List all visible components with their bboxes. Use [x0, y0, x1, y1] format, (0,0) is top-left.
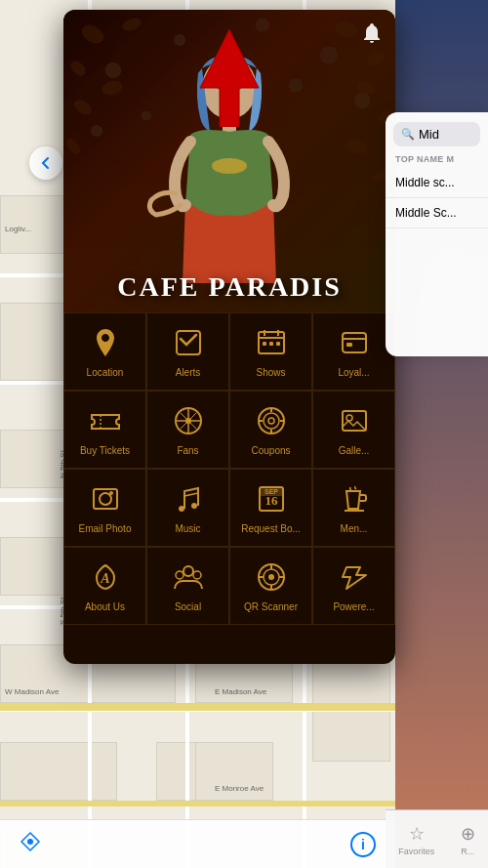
svg-point-5 — [67, 58, 88, 78]
shows-label: Shows — [256, 367, 285, 379]
app-panel: CAFE PARADIS Location Alert — [63, 10, 395, 664]
gallery-icon — [339, 405, 370, 441]
menu-grid: Location Alerts Shows Loyal... — [63, 312, 395, 625]
ios-result-1-text: Middle sc... — [395, 176, 478, 189]
menu-item-alerts[interactable]: Alerts — [146, 312, 229, 391]
svg-point-47 — [109, 491, 113, 495]
svg-marker-18 — [200, 29, 259, 127]
menu-item-gallery[interactable]: Galle... — [312, 391, 395, 469]
hero-title: CAFE PARADIS — [63, 271, 395, 303]
ios-search-bar[interactable]: 🔍 Mid — [393, 122, 480, 146]
tickets-icon — [90, 405, 121, 441]
fans-label: Fans — [177, 445, 198, 457]
social-label: Social — [175, 601, 201, 613]
svg-text:SEP: SEP — [264, 488, 277, 495]
buy-tickets-label: Buy Tickets — [80, 445, 130, 457]
svg-point-9 — [71, 97, 94, 117]
menu-item-music[interactable]: Music — [146, 469, 229, 547]
info-button[interactable]: i — [350, 832, 376, 857]
menu-item-location[interactable]: Location — [63, 312, 146, 391]
ios-result-1[interactable]: Middle sc... — [386, 168, 488, 198]
music-icon — [173, 483, 204, 519]
svg-line-49 — [184, 493, 198, 496]
svg-point-17 — [212, 158, 247, 174]
hero-section: CAFE PARADIS — [63, 10, 395, 312]
coupons-icon — [256, 405, 287, 441]
svg-point-44 — [346, 415, 352, 421]
menu-item-loyalty[interactable]: Loyal... — [312, 312, 395, 391]
recents-tab-label: R... — [461, 847, 474, 856]
ios-result-2-text: Middle Sc... — [395, 206, 478, 220]
ios-search-icon: 🔍 — [401, 128, 415, 141]
svg-point-4 — [364, 48, 387, 69]
menu-item-menu[interactable]: Men... — [312, 469, 395, 547]
powered-icon — [339, 561, 370, 598]
qr-icon — [256, 561, 287, 598]
svg-point-2 — [121, 16, 143, 33]
about-icon: A — [90, 561, 121, 598]
request-icon: 16SEP — [256, 483, 287, 519]
favorites-icon: ☆ — [409, 823, 425, 845]
menu-item-request-booking[interactable]: 16SEP Request Bo... — [229, 469, 312, 547]
social-icon — [173, 561, 204, 598]
svg-point-58 — [193, 571, 201, 579]
ios-result-2[interactable]: Middle Sc... — [386, 198, 488, 228]
email-photo-label: Email Photo — [79, 523, 132, 535]
menu-cup-icon — [339, 483, 370, 519]
ios-section-header: TOP NAME M — [386, 152, 488, 168]
svg-rect-28 — [346, 343, 352, 347]
svg-point-61 — [268, 574, 274, 580]
svg-point-56 — [183, 566, 193, 576]
svg-point-6 — [101, 78, 125, 97]
ios-tab-favorites[interactable]: ☆ Favorites — [398, 823, 434, 856]
street-label-w-madison: W Madison Ave — [5, 687, 59, 696]
svg-point-48 — [191, 503, 197, 509]
menu-item-powered[interactable]: Powere... — [312, 547, 395, 625]
coupons-label: Coupons — [251, 445, 290, 457]
map-bottom-bar: i — [0, 819, 395, 868]
alerts-icon — [173, 327, 204, 363]
svg-point-3 — [333, 19, 359, 40]
svg-point-10 — [343, 136, 369, 156]
street-label-e-monroe: E Monroe Ave — [215, 784, 264, 793]
ios-search-panel: 🔍 Mid TOP NAME M Middle sc... Middle Sc.… — [386, 112, 488, 356]
red-arrow — [195, 29, 264, 131]
request-booking-label: Request Bo... — [241, 523, 301, 535]
menu-item-email-photo[interactable]: Email Photo — [63, 469, 146, 547]
ios-search-input[interactable]: Mid — [419, 127, 439, 142]
menu-item-buy-tickets[interactable]: Buy Tickets — [63, 391, 146, 469]
svg-rect-26 — [276, 342, 280, 346]
menu-item-social[interactable]: Social — [146, 547, 229, 625]
loyalty-icon — [339, 327, 370, 363]
favorites-tab-label: Favorites — [398, 847, 434, 856]
map-back-button[interactable] — [29, 146, 62, 180]
svg-point-38 — [268, 418, 274, 424]
street-label-logli: Logliv... — [5, 225, 31, 233]
svg-text:A: A — [100, 571, 109, 586]
menu-item-shows[interactable]: Shows — [229, 312, 312, 391]
menu-item-coupons[interactable]: Coupons — [229, 391, 312, 469]
svg-point-57 — [176, 571, 183, 579]
menu-item-qr-scanner[interactable]: QR Scanner — [229, 547, 312, 625]
notification-bell-icon[interactable] — [360, 21, 384, 51]
svg-rect-24 — [263, 342, 266, 346]
fans-icon — [173, 405, 204, 441]
ios-tab-recents[interactable]: ⊕ R... — [461, 823, 475, 856]
menu-item-fans[interactable]: Fans — [146, 391, 229, 469]
menu-item-about-us[interactable]: A About Us — [63, 547, 146, 625]
svg-point-46 — [100, 493, 111, 505]
gallery-label: Galle... — [339, 445, 370, 457]
svg-point-7 — [354, 78, 377, 97]
svg-point-1 — [79, 21, 107, 47]
ios-tab-bar: ☆ Favorites ⊕ R... — [386, 809, 488, 868]
powered-label: Powere... — [333, 601, 374, 613]
location-icon — [90, 327, 121, 363]
location-arrow-button[interactable] — [20, 831, 41, 858]
menu-label: Men... — [341, 523, 368, 535]
email-photo-icon — [90, 483, 121, 519]
music-label: Music — [175, 523, 200, 535]
svg-point-0 — [27, 839, 33, 845]
qr-scanner-label: QR Scanner — [244, 601, 298, 613]
svg-rect-27 — [343, 333, 366, 352]
alerts-label: Alerts — [176, 367, 201, 379]
